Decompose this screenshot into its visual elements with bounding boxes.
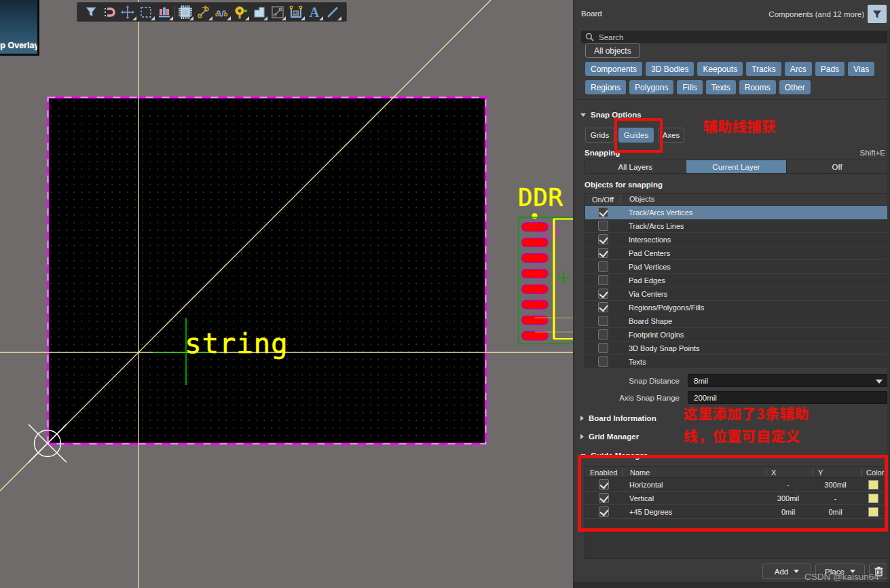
active-bar-toolbar: 10A — [77, 2, 347, 22]
snap-table-header-onoff: On/Off — [585, 196, 620, 204]
board-information-section-header[interactable]: Board Information — [580, 414, 656, 422]
object-filter-chips-row2: RegionsPolygonsFillsTextsRoomsOther — [585, 80, 811, 94]
toolbar-button-diff-pair[interactable] — [213, 3, 231, 21]
snap-object-row[interactable]: Intersections — [585, 233, 887, 246]
grid-manager-section-header[interactable]: Grid Manager — [580, 433, 639, 441]
filter-chip-texts[interactable]: Texts — [706, 80, 736, 94]
filter-chip-fills[interactable]: Fills — [677, 80, 702, 94]
component-reference-dot — [532, 213, 538, 219]
filter-chip-components[interactable]: Components — [585, 62, 642, 76]
snap-distance-label: Snap Distance — [574, 377, 680, 385]
pcb-canvas[interactable]: string DDR — [0, 0, 573, 588]
objects-for-snapping-table: On/Off Objects Track/Arcs VerticesTrack/… — [585, 193, 888, 369]
toolbar-button-route[interactable] — [194, 3, 212, 21]
filter-chip-arcs[interactable]: Arcs — [785, 62, 812, 76]
origin-marker — [29, 424, 67, 462]
snap-object-label: Via Centers — [620, 290, 667, 298]
snap-object-checkbox[interactable] — [598, 207, 608, 217]
snap-object-checkbox[interactable] — [598, 316, 608, 326]
toolbar-button-filter[interactable] — [81, 3, 100, 21]
toolbar-button-snap-magnet[interactable] — [100, 3, 118, 21]
snap-magnet-icon — [102, 5, 117, 20]
toolbar-button-move-cross[interactable] — [118, 3, 136, 21]
axis-snap-range-value: 200mil — [694, 394, 717, 402]
snap-object-label: Texts — [620, 358, 646, 366]
snap-object-checkbox[interactable] — [598, 343, 608, 353]
snap-object-row[interactable]: Pad Edges — [585, 274, 887, 287]
snap-object-checkbox[interactable] — [598, 302, 608, 312]
panel-filter-button[interactable] — [868, 5, 887, 23]
snap-object-checkbox[interactable] — [598, 248, 608, 258]
filter-chip-polygons[interactable]: Polygons — [629, 80, 673, 94]
collapsed-triangle-icon — [580, 416, 584, 421]
toolbar-button-select-area[interactable] — [137, 3, 155, 21]
dropdown-corner-icon — [208, 16, 212, 20]
ddr-component[interactable]: DDR — [518, 183, 573, 344]
snap-object-row[interactable]: 3D Body Snap Points — [585, 342, 887, 355]
snap-object-checkbox[interactable] — [598, 329, 608, 339]
board-information-title: Board Information — [589, 414, 656, 422]
snap-object-row[interactable]: Track/Arcs Vertices — [585, 206, 887, 219]
dropdown-corner-icon — [337, 16, 341, 20]
snap-object-checkbox[interactable] — [598, 275, 608, 285]
filter-chip-keepouts[interactable]: Keepouts — [697, 62, 743, 76]
snap-object-checkbox[interactable] — [598, 221, 608, 231]
toolbar-button-placement[interactable] — [155, 3, 174, 21]
snap-object-row[interactable]: Via Centers — [585, 287, 887, 301]
toolbar-button-component[interactable] — [176, 3, 194, 21]
filter-chip-other[interactable]: Other — [779, 80, 811, 94]
filter-chip-tracks[interactable]: Tracks — [746, 62, 781, 76]
snap-object-label: Track/Arcs Lines — [620, 222, 684, 230]
toolbar-button-measure[interactable] — [268, 3, 286, 21]
section-divider — [574, 99, 890, 100]
dropdown-corner-icon — [189, 16, 193, 20]
snap-object-label: Track/Arcs Vertices — [620, 208, 692, 217]
dropdown-corner-icon — [301, 16, 305, 20]
snap-distance-dropdown[interactable]: 8mil — [688, 374, 887, 387]
snap-object-checkbox[interactable] — [598, 234, 608, 244]
snapping-segment-off[interactable]: Off — [787, 160, 887, 173]
snap-object-checkbox[interactable] — [598, 261, 608, 272]
toolbar-button-polygon[interactable] — [250, 3, 268, 21]
snap-object-checkbox[interactable] — [598, 289, 608, 299]
toolbar-button-text[interactable]: A — [305, 3, 324, 21]
toolbar-button-dimension[interactable]: 10 — [286, 3, 305, 21]
search-input[interactable]: Search — [581, 31, 890, 43]
snapping-segment-current-layer[interactable]: Current Layer — [686, 160, 787, 173]
snap-object-row[interactable]: Track/Arcs Lines — [585, 219, 887, 233]
snap-object-row[interactable]: Pad Centers — [585, 246, 887, 260]
snap-object-row[interactable]: Pad Vertices — [585, 260, 887, 274]
add-button-label: Add — [775, 568, 788, 576]
all-objects-button[interactable]: All objects — [585, 43, 640, 58]
snap-object-row[interactable]: Regions/Polygons/Fills — [585, 301, 887, 314]
filter-chip-rooms[interactable]: Rooms — [739, 80, 776, 94]
annotation-box-guides — [614, 118, 663, 153]
snap-object-label: Pad Vertices — [620, 263, 671, 271]
filter-chip-3d-bodies[interactable]: 3D Bodies — [646, 62, 694, 76]
snap-object-row[interactable]: Texts — [585, 355, 887, 369]
snap-object-row[interactable]: Board Shape — [585, 314, 887, 328]
snap-object-row[interactable]: Footprint Origins — [585, 328, 887, 342]
snap-object-label: Pad Edges — [620, 276, 665, 284]
current-layer-badge[interactable]: Top Overlay — [0, 0, 39, 56]
filter-chip-pads[interactable]: Pads — [815, 62, 845, 76]
toolbar-button-line[interactable] — [324, 3, 342, 21]
snap-object-label: Board Shape — [620, 317, 672, 325]
filter-chip-vias[interactable]: Vias — [848, 62, 874, 76]
pcb-drawing: string DDR — [0, 0, 573, 588]
pcb-string-text[interactable]: string — [185, 327, 288, 360]
filter-chip-regions[interactable]: Regions — [585, 80, 626, 94]
snapping-segment-all-layers[interactable]: All Layers — [585, 160, 686, 173]
toolbar-button-via[interactable] — [231, 3, 250, 21]
snap-object-checkbox[interactable] — [598, 356, 608, 367]
current-layer-label: Top Overlay — [0, 41, 39, 50]
dropdown-corner-icon — [245, 16, 249, 20]
board-shape[interactable] — [48, 97, 486, 444]
snap-table-header-objects: Objects — [620, 195, 654, 204]
toolbar-separator — [174, 5, 175, 19]
search-placeholder: Search — [599, 33, 623, 41]
snap-object-label: Pad Centers — [620, 249, 670, 257]
axis-snap-range-input[interactable]: 200mil — [688, 391, 887, 404]
panel-filter-summary: Components (and 12 more) — [768, 10, 864, 18]
snap-grids-button[interactable]: Grids — [585, 128, 614, 143]
